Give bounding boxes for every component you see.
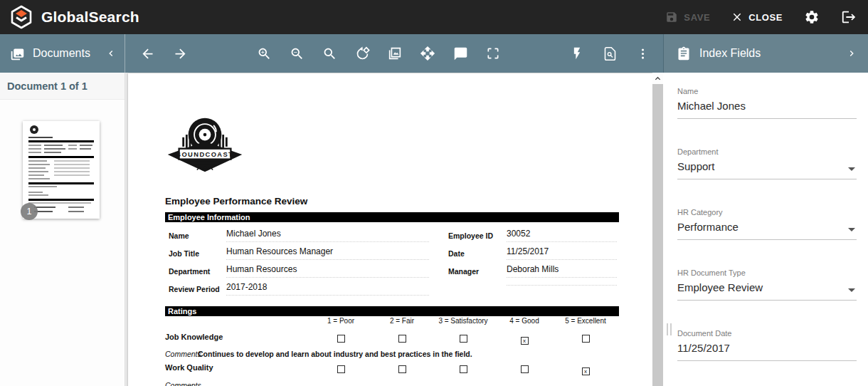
document-title: Employee Performance Review [165,196,307,207]
rating-checkbox [460,335,467,343]
zoom-out-button[interactable] [280,38,313,69]
top-bar: GlobalSearch SAVE CLOSE [0,0,868,34]
comment-row: Comments [128,381,652,386]
save-button[interactable]: SAVE [665,11,710,24]
field-label: Document Date [677,329,857,338]
field-label: HR Document Type [677,268,857,277]
previous-document-button[interactable] [131,38,164,69]
pan-icon [420,46,435,61]
svg-text:SOUNDCOAST: SOUNDCOAST [176,151,233,158]
comments-label: Comments [165,350,201,358]
info-value: 30052 [507,229,617,242]
rating-checkbox [337,365,345,373]
kebab-menu-icon [636,47,650,61]
rotate-button[interactable] [346,38,379,69]
scroll-up-button[interactable] [652,73,663,84]
comment-row: Comments Continues to develop and learn … [128,350,652,360]
field-department: Department Support [677,147,857,180]
department-dropdown[interactable]: Support [677,160,857,179]
document-preview-button[interactable] [593,38,626,69]
info-value: Deborah Mills [507,264,617,278]
documents-section-header[interactable]: Documents [0,34,125,73]
annotations-button[interactable] [444,38,477,69]
viewer-scrollbar [652,73,663,386]
index-fields-icon [677,46,691,61]
index-fields-header: Index Fields [663,34,868,73]
info-label: Department [169,267,226,276]
document-page[interactable]: SOUNDCOAST Employee Performance Review E… [128,73,652,386]
search-icon [322,46,337,61]
dropdown-arrow-icon[interactable] [848,288,855,292]
settings-button[interactable] [804,9,820,25]
collapse-sidebar-icon[interactable] [106,48,116,58]
info-value: Michael Jones [226,229,429,242]
scrollbar-thumb[interactable] [652,84,663,386]
rating-checkbox [521,365,529,373]
back-arrow-icon [140,46,155,61]
field-label: Department [677,147,857,156]
more-options-button[interactable] [626,38,659,69]
info-label: Name [169,231,226,240]
pan-button[interactable] [411,38,444,69]
documents-label: Documents [33,47,90,60]
document-date-input[interactable]: 11/25/2017 [677,342,857,361]
thumbnails-icon [387,46,403,61]
dropdown-arrow-icon[interactable] [848,167,855,171]
document-search-icon [603,46,618,61]
next-document-button[interactable] [164,38,196,69]
info-row: Job Title Human Resources Manager Date 1… [128,246,652,261]
chevron-up-icon [654,75,662,83]
toolbar: Documents [0,34,868,73]
field-label: HR Category [677,208,857,217]
logout-button[interactable] [841,9,857,25]
info-row: Review Period 2017-2018 [128,282,652,296]
info-value: 11/25/2017 [507,246,617,260]
rating-checkbox: x [521,337,529,345]
document-thumbnail[interactable]: 1 [23,121,100,219]
dropdown-arrow-icon[interactable] [848,228,855,231]
fullscreen-icon [486,46,500,61]
comment-icon [453,46,468,61]
page-number-badge: 1 [21,203,38,220]
quick-actions-button[interactable] [561,38,593,69]
employee-info-section-bar: Employee Information [165,212,619,222]
fullscreen-button[interactable] [477,38,509,69]
scale-label: 1 = Poor [310,317,371,325]
rating-checkbox [398,335,406,343]
gear-icon [804,9,820,25]
app-title: GlobalSearch [41,9,139,26]
name-input[interactable]: Michael Jones [677,100,857,119]
zoom-in-button[interactable] [248,38,280,69]
field-hr-document-type: HR Document Type Employee Review [677,268,857,301]
index-fields-panel: Name Michael Jones Department Support HR… [663,73,868,386]
zoom-out-icon [290,46,305,61]
globalsearch-logo-icon [10,5,33,29]
scale-label: 3 = Satisfactory [433,317,494,325]
zoom-in-icon [257,46,272,61]
field-hr-category: HR Category Performance [677,208,857,241]
rating-label: Job Knowledge [165,333,223,341]
globalsearch-app: GlobalSearch SAVE CLOSE [0,0,868,386]
thumbnails-view-button[interactable] [379,38,411,69]
rating-label: Work Quality [165,363,213,372]
comments-label: Comments [165,381,201,386]
field-label: Name [677,87,857,95]
close-button[interactable]: CLOSE [731,11,783,23]
rating-checkbox [582,335,590,343]
field-drag-handle[interactable] [667,323,672,335]
info-value: Human Resources Manager [226,246,429,260]
collapse-panel-icon[interactable] [847,48,857,58]
hr-document-type-dropdown[interactable]: Employee Review [677,281,857,301]
scale-label: 4 = Good [494,317,555,325]
info-label: Manager [448,267,507,276]
info-label: Job Title [169,249,226,258]
search-text-button[interactable] [313,38,346,69]
logout-icon [841,9,857,25]
brand: GlobalSearch [10,5,139,29]
info-label: Date [448,249,507,258]
hr-category-dropdown[interactable]: Performance [677,221,857,240]
soundcoast-logo: SOUNDCOAST [165,109,245,184]
lightning-icon [570,46,584,61]
document-list-sidebar: Document 1 of 1 [0,73,125,386]
field-name: Name Michael Jones [677,87,857,120]
